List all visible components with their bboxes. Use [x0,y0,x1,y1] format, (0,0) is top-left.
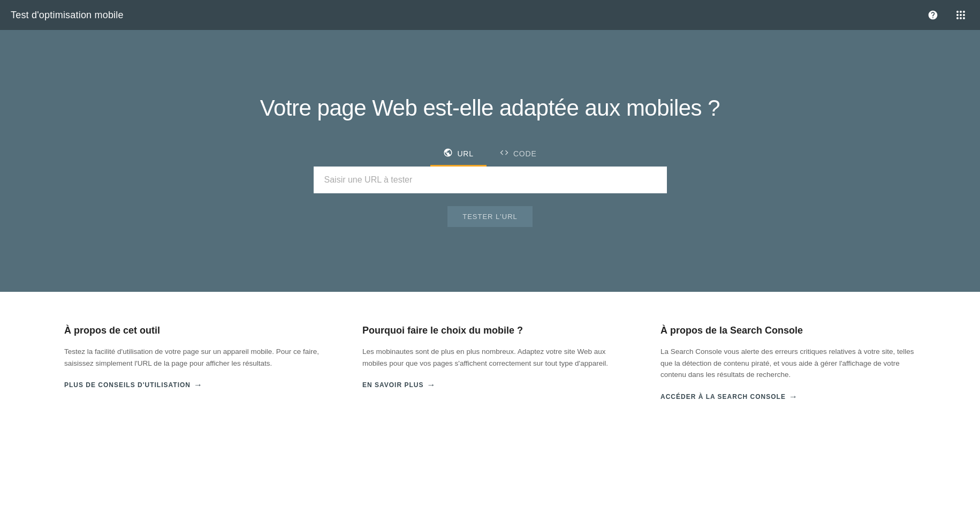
arrow-icon-why-mobile: → [427,380,436,390]
info-link-search-console[interactable]: ACCÉDER À LA SEARCH CONSOLE → [660,392,798,402]
info-link-label-search-console: ACCÉDER À LA SEARCH CONSOLE [660,393,786,401]
test-button[interactable]: TESTER L'URL [447,206,533,227]
waffle-icon [956,11,965,19]
help-button[interactable] [924,6,941,24]
app-header: Test d'optimisation mobile [0,0,980,30]
tab-url[interactable]: URL [430,142,486,167]
info-body-about-tool: Testez la facilité d'utilisation de votr… [64,346,320,369]
help-icon [928,10,938,20]
info-column-search-console: À propos de la Search Console La Search … [660,324,916,402]
hero-title: Votre page Web est-elle adaptée aux mobi… [260,95,720,121]
tab-code[interactable]: CODE [487,142,550,167]
url-input[interactable] [314,167,667,193]
globe-icon [443,148,453,160]
info-section: À propos de cet outil Testez la facilité… [0,292,980,434]
tab-bar: URL CODE [430,142,549,167]
info-link-about-tool[interactable]: PLUS DE CONSEILS D'UTILISATION → [64,380,203,390]
header-actions [924,6,969,24]
info-body-why-mobile: Les mobinautes sont de plus en plus nomb… [362,346,618,369]
info-link-label-about-tool: PLUS DE CONSEILS D'UTILISATION [64,381,191,389]
info-heading-about-tool: À propos de cet outil [64,324,320,337]
info-heading-why-mobile: Pourquoi faire le choix du mobile ? [362,324,618,337]
info-body-search-console: La Search Console vous alerte des erreur… [660,346,916,381]
info-column-about-tool: À propos de cet outil Testez la facilité… [64,324,320,402]
search-container [314,167,667,193]
info-column-why-mobile: Pourquoi faire le choix du mobile ? Les … [362,324,618,402]
info-link-why-mobile[interactable]: EN SAVOIR PLUS → [362,380,436,390]
globe-svg [443,148,453,157]
code-svg [499,148,509,157]
info-link-label-why-mobile: EN SAVOIR PLUS [362,381,423,389]
tab-url-label: URL [457,149,473,158]
info-heading-search-console: À propos de la Search Console [660,324,916,337]
code-icon [499,148,509,160]
tab-code-label: CODE [513,149,537,158]
arrow-icon-about-tool: → [194,380,203,390]
arrow-icon-search-console: → [789,392,798,402]
hero-section: Votre page Web est-elle adaptée aux mobi… [0,0,980,292]
apps-button[interactable] [952,6,969,24]
app-title: Test d'optimisation mobile [11,10,124,21]
